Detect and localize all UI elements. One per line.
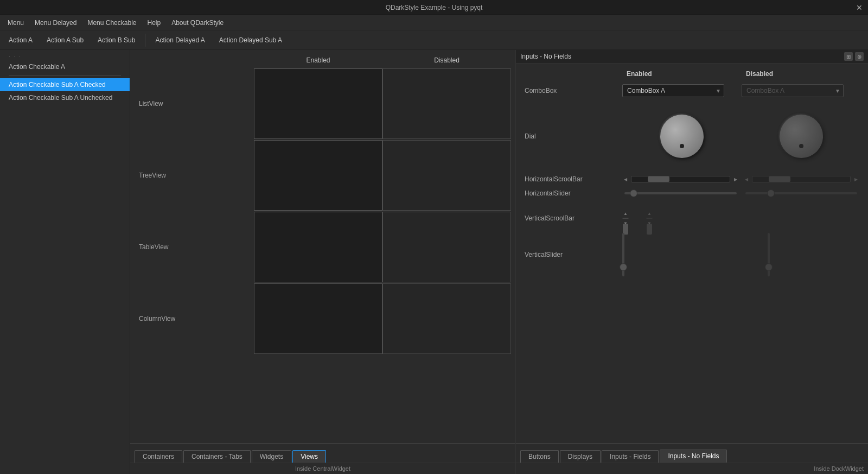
dial-enabled-container [622,110,742,162]
toolbar-action-delayed-sub-a[interactable]: Action Delayed Sub A [213,34,289,46]
vscrollbar-disabled-track [646,218,653,219]
hslider-disabled [743,192,860,194]
tab-containers-tabs[interactable]: Containers - Tabs [183,450,251,463]
hscrollbar-label: HorizontalScroolBar [525,175,622,183]
toolbar: Action A Action A Sub Action B Sub Actio… [0,30,868,50]
views-content: Enabled Disabled ListView TreeView Table… [130,50,515,443]
toolbar-action-delayed-a[interactable]: Action Delayed A [149,34,211,46]
toolbar-action-b-sub[interactable]: Action B Sub [91,34,142,46]
vslider-disabled-thumb [765,263,773,271]
listview-disabled [382,68,511,139]
combobox-disabled-container: ComboBox A ▼ [742,84,844,97]
hslider-enabled[interactable] [622,192,739,194]
dock-float-button[interactable]: ⊞ [844,52,853,61]
columnview-label: ColumnView [135,315,254,323]
dial-disabled-knob [799,144,803,148]
listview-label: ListView [135,100,254,108]
vscrollbar-disabled-thumb [647,224,652,235]
vslider-area [622,233,859,276]
toolbar-action-a[interactable]: Action A [2,34,39,46]
dock-controls: ⊞ ⊗ [844,52,864,61]
hscrollbar-right-arrow-icon[interactable]: ▶ [732,176,739,182]
vscrollbar-disabled: ▲ ▼ [646,210,653,226]
tab-views[interactable]: Views [292,450,326,463]
hslider-label: HorizontalSlider [525,189,622,197]
menu-item-help[interactable]: Help [142,17,166,29]
hscrollbar-area: ◀ ▶ ◀ ▶ [622,176,859,182]
center-panel: Enabled Disabled ListView TreeView Table… [130,50,515,474]
dock-tab-buttons[interactable]: Buttons [520,450,559,463]
menu-item-menu[interactable]: Menu [2,17,29,29]
tableview-enabled[interactable] [254,212,382,282]
toolbar-action-a-sub[interactable]: Action A Sub [40,34,90,46]
tab-containers[interactable]: Containers [135,450,182,463]
combobox-enabled-wrapper: ComboBox A ▼ [622,84,742,97]
vscrollbar-up-arrow-icon[interactable]: ▲ [622,210,629,217]
vslider-enabled-track[interactable] [622,233,624,276]
views-disabled-header: Disabled [382,56,511,64]
sidebar-item-checkable-a[interactable]: Action Checkable A [0,60,130,73]
tableview-label: TableView [135,243,254,251]
vscrollbar-enabled[interactable]: ▲ ▼ [622,210,629,226]
dock-header: Inputs - No Fields ⊞ ⊗ [516,50,868,64]
inputs-enabled-header: Enabled [622,70,742,78]
center-tabs: Containers Containers - Tabs Widgets Vie… [130,443,515,463]
hscrollbar-left-arrow-icon[interactable]: ◀ [622,176,629,182]
sidebar-item-checkable-sub-unchecked[interactable]: Action Checkable Sub A Unchecked [0,91,130,104]
columnview-enabled[interactable] [254,283,382,354]
hscrollbar-disabled: ◀ ▶ [743,176,860,182]
tableview-disabled [382,212,511,282]
treeview-enabled[interactable] [254,140,382,211]
center-footer: Inside CentralWidget [130,463,515,474]
hslider-disabled-thumb [767,189,775,197]
hscrollbar-track[interactable] [631,176,730,182]
close-button[interactable]: ✕ [855,3,864,12]
vslider-disabled [768,233,770,276]
window-title: QDarkStyle Example - Using pyqt [386,4,483,11]
listview-enabled[interactable] [254,68,382,139]
right-dock-panel: Inputs - No Fields ⊞ ⊗ Enabled Disabled … [515,50,868,474]
dial-enabled[interactable] [660,115,704,158]
hslider-area [622,192,859,194]
sidebar-separator [9,75,121,76]
hscrollbar-thumb [648,176,669,182]
combobox-enabled-container: ComboBox A ▼ [622,84,724,97]
menu-item-about[interactable]: About QDarkStyle [166,17,229,29]
vslider-disabled-track [768,233,770,276]
hscrollbar-enabled[interactable]: ◀ ▶ [622,176,739,182]
dial-disabled [780,115,823,158]
dial-disabled-container [742,110,861,162]
hslider-enabled-track[interactable] [624,192,737,194]
titlebar: QDarkStyle Example - Using pyqt ✕ [0,0,868,15]
dock-tabs: Buttons Displays Inputs - Fields Inputs … [516,443,868,463]
dial-enabled-knob [680,144,684,148]
sidebar-dots: · · · [0,52,130,60]
treeview-disabled [382,140,511,211]
sidebar-item-checkable-sub-checked[interactable]: Action Checkable Sub A Checked [0,78,130,91]
menu-item-menu-delayed[interactable]: Menu Delayed [29,17,82,29]
menu-item-menu-checkable[interactable]: Menu Checkable [82,17,142,29]
main-layout: · · · Action Checkable A Action Checkabl… [0,50,868,474]
vslider-label: VerticalSlider [525,251,622,258]
combobox-enabled[interactable]: ComboBox A [622,84,724,97]
dock-tab-inputs-fields[interactable]: Inputs - Fields [602,450,659,463]
hslider-enabled-thumb [630,189,637,197]
hscrollbar-disabled-track [752,176,851,182]
dock-tab-displays[interactable]: Displays [560,450,601,463]
sidebar: · · · Action Checkable A Action Checkabl… [0,50,130,474]
dock-tab-inputs-no-fields[interactable]: Inputs - No Fields [660,450,727,463]
inputs-content: Enabled Disabled ComboBox ComboBox A ▼ [516,64,868,443]
vscrollbar-track[interactable] [622,218,629,219]
hscrollbar-disabled-left-arrow-icon: ◀ [743,176,750,182]
combobox-label: ComboBox [525,87,622,94]
dock-close-button[interactable]: ⊗ [855,52,864,61]
treeview-label: TreeView [135,172,254,179]
vslider-enabled-thumb [620,263,627,271]
vscrollbar-disabled-up-arrow-icon: ▲ [646,210,653,217]
hslider-disabled-track [745,192,858,194]
vslider-enabled[interactable] [622,233,624,276]
columnview-disabled [382,283,511,354]
tab-widgets[interactable]: Widgets [252,450,291,463]
menubar: Menu Menu Delayed Menu Checkable Help Ab… [0,15,868,30]
toolbar-separator [145,34,145,47]
